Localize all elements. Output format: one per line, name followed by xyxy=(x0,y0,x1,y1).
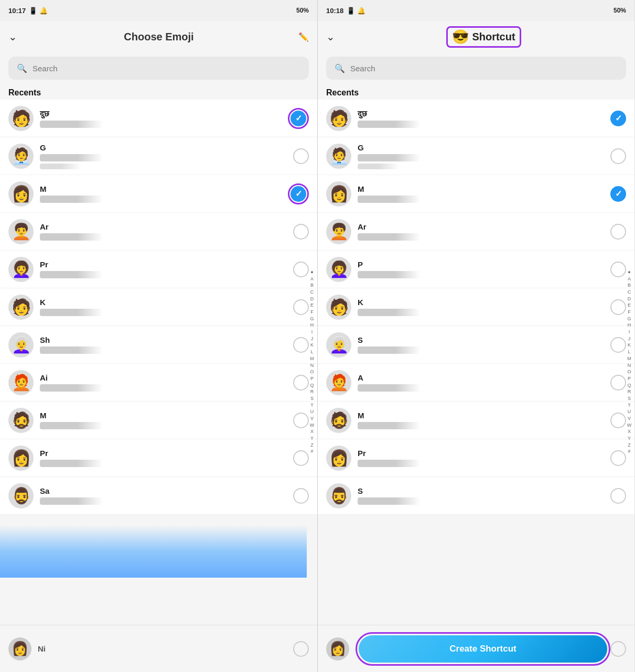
name-7-right: S xyxy=(358,335,610,354)
name-4-left: Ar xyxy=(40,222,293,241)
shortcut-emoji: 😎 xyxy=(452,29,469,45)
bottom-name-right: Create Shortcut xyxy=(349,632,610,666)
avatar-7-right: 👩‍🦳 xyxy=(326,332,351,357)
name-9-right: M xyxy=(358,411,610,429)
avatar-8-left: 🧑‍🦰 xyxy=(8,370,34,395)
name-4-right: Ar xyxy=(358,222,610,241)
right-panel: 10:18 📱 🔔 50% ⌄ 😎 Shortcut 🔍 Recents 🧑 xyxy=(317,0,634,672)
name-10-left: Pr xyxy=(40,449,293,467)
contact-row-6-left[interactable]: 🧑 K xyxy=(0,288,317,326)
avatar-3-right: 👩 xyxy=(326,181,351,207)
contact-row-1-left[interactable]: 🧑 दुछ xyxy=(0,100,317,137)
avatar-4-left: 🧑‍🦱 xyxy=(8,219,34,244)
status-bar-right: 10:18 📱 🔔 50% xyxy=(318,0,634,21)
bottom-avatar-left: 👩 xyxy=(8,637,31,660)
header-title-left: Choose Emoji xyxy=(24,31,294,43)
time-right: 10:18 xyxy=(326,7,343,15)
name-5-left: Pr xyxy=(40,260,293,278)
left-panel: 10:17 📱 🔔 50% ⌄ Choose Emoji ✏️ 🔍 Recent… xyxy=(0,0,317,672)
create-shortcut-label: Create Shortcut xyxy=(449,644,516,654)
contact-panel-left: 🧑 दुछ 🧑‍💼 G xyxy=(0,100,317,625)
contact-row-5-left[interactable]: 👩‍🦱 Pr xyxy=(0,251,317,288)
avatar-11-right: 🧔‍♂️ xyxy=(326,483,351,508)
contact-row-6-right[interactable]: 🧑 K xyxy=(318,288,634,326)
contact-row-3-right[interactable]: 👩 M xyxy=(318,175,634,213)
contact-row-3-left[interactable]: 👩 M xyxy=(0,175,317,213)
contact-row-5-right[interactable]: 👩‍🦱 P xyxy=(318,251,634,288)
create-shortcut-button[interactable]: Create Shortcut xyxy=(359,635,607,663)
contact-row-10-right[interactable]: 👩 Pr xyxy=(318,439,634,477)
back-chevron-left[interactable]: ⌄ xyxy=(8,30,17,43)
name-11-left: Sa xyxy=(40,486,293,505)
contact-row-2-left[interactable]: 🧑‍💼 G xyxy=(0,137,317,175)
search-bar-left[interactable]: 🔍 xyxy=(8,57,309,80)
contact-list-left: 🧑 दुछ 🧑‍💼 G xyxy=(0,100,317,625)
header-title-right: Shortcut xyxy=(472,31,515,43)
recents-label-right: Recents xyxy=(318,84,634,100)
bottom-name-left: Ni xyxy=(31,644,293,653)
name-9-left: M xyxy=(40,411,293,429)
time-left: 10:17 xyxy=(8,7,26,15)
status-icons-left: 📱 🔔 xyxy=(29,7,48,15)
header-shortcut-highlight: 😎 Shortcut xyxy=(446,26,521,48)
search-icon-left: 🔍 xyxy=(17,63,27,73)
name-11-right: S xyxy=(358,486,610,505)
avatar-1-left: 🧑 xyxy=(8,106,34,131)
avatar-5-right: 👩‍🦱 xyxy=(326,257,351,282)
checkbox-highlight-3-left[interactable] xyxy=(288,183,309,204)
recents-label-left: Recents xyxy=(0,84,317,100)
contact-row-2-right[interactable]: 🧑‍💼 G xyxy=(318,137,634,175)
name-3-left: M xyxy=(40,185,288,203)
avatar-9-right: 🧔 xyxy=(326,408,351,433)
contact-row-9-right[interactable]: 🧔 M xyxy=(318,402,634,439)
avatar-8-right: 🧑‍🦰 xyxy=(326,370,351,395)
bottom-checkbox-left[interactable] xyxy=(293,641,309,657)
bottom-bar-right: 👩 Create Shortcut xyxy=(318,625,634,672)
avatar-6-left: 🧑 xyxy=(8,295,34,320)
contact-row-8-right[interactable]: 🧑‍🦰 A xyxy=(318,364,634,402)
alphabet-index-left: ● A B C D E F G H I J K L M N O P Q R S … xyxy=(307,100,317,625)
contact-row-11-left[interactable]: 🧔‍♂️ Sa xyxy=(0,477,317,515)
contact-row-7-left[interactable]: 👩‍🦳 Sh xyxy=(0,326,317,364)
contact-row-9-left[interactable]: 🧔 M xyxy=(0,402,317,439)
avatar-7-left: 👩‍🦳 xyxy=(8,332,34,357)
checkbox-3-left[interactable] xyxy=(290,186,306,202)
contact-row-4-left[interactable]: 🧑‍🦱 Ar xyxy=(0,213,317,251)
contact-row-1-right[interactable]: 🧑 दुछ xyxy=(318,100,634,137)
contact-row-10-left[interactable]: 👩 Pr xyxy=(0,439,317,477)
edit-icon-left[interactable]: ✏️ xyxy=(298,32,309,42)
contact-row-4-right[interactable]: 🧑‍🦱 Ar xyxy=(318,213,634,251)
alphabet-index-right: ● A B C D E F G H I J K L M N O P Q R S … xyxy=(624,100,634,625)
contact-list-right: 🧑 दुछ 🧑‍💼 G xyxy=(318,100,634,625)
avatar-4-right: 🧑‍🦱 xyxy=(326,219,351,244)
avatar-10-left: 👩 xyxy=(8,446,34,471)
contact-row-7-right[interactable]: 👩‍🦳 S xyxy=(318,326,634,364)
search-icon-right: 🔍 xyxy=(335,63,345,73)
name-3-right: M xyxy=(358,185,610,203)
status-icons-right: 📱 🔔 xyxy=(347,7,365,15)
search-input-right[interactable] xyxy=(350,64,618,73)
name-8-left: Ai xyxy=(40,373,293,392)
name-6-left: K xyxy=(40,298,293,316)
contact-row-11-right[interactable]: 🧔‍♂️ S xyxy=(318,477,634,515)
bottom-checkbox-right[interactable] xyxy=(610,641,626,657)
name-2-right: G xyxy=(358,143,610,169)
search-input-left[interactable] xyxy=(33,64,300,73)
bottom-avatar-right: 👩 xyxy=(326,637,349,660)
contact-panel-right: 🧑 दुछ 🧑‍💼 G xyxy=(318,100,634,625)
name-1-left: दुछ xyxy=(40,109,288,128)
checkbox-highlight-1-left[interactable] xyxy=(288,108,309,129)
status-bar-left: 10:17 📱 🔔 50% xyxy=(0,0,317,21)
name-10-right: Pr xyxy=(358,449,610,467)
name-6-right: K xyxy=(358,298,610,316)
name-1-right: दुछ xyxy=(358,109,610,128)
contact-row-8-left[interactable]: 🧑‍🦰 Ai xyxy=(0,364,317,402)
search-bar-right[interactable]: 🔍 xyxy=(326,57,626,80)
battery-right: 50% xyxy=(614,7,626,14)
back-chevron-right[interactable]: ⌄ xyxy=(326,30,335,43)
avatar-6-right: 🧑 xyxy=(326,295,351,320)
avatar-9-left: 🧔 xyxy=(8,408,34,433)
name-5-right: P xyxy=(358,260,610,278)
checkbox-1-left[interactable] xyxy=(290,111,306,126)
avatar-2-right: 🧑‍💼 xyxy=(326,144,351,169)
